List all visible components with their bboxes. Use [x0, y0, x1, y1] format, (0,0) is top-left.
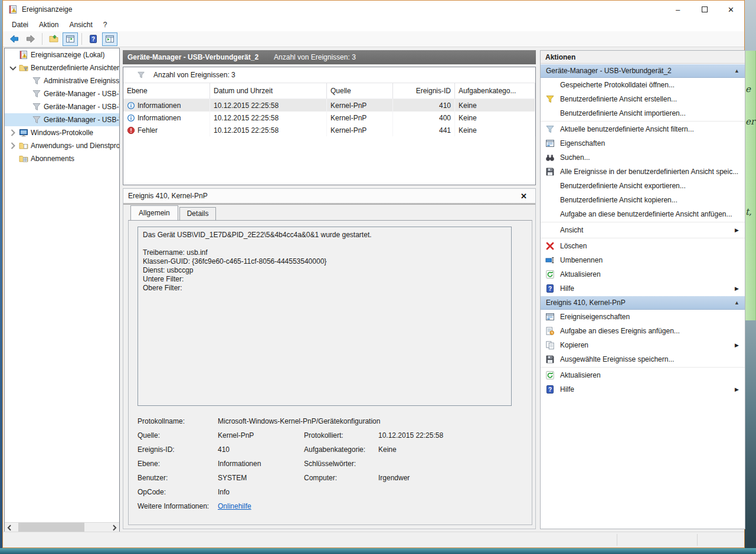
action-section-header[interactable]: Ereignis 410, Kernel-PnP▲	[541, 296, 745, 310]
title-bar[interactable]: Ereignisanzeige – ✕	[3, 1, 744, 18]
event-level-cell: Informationen	[123, 99, 210, 112]
action-item[interactable]: Benutzerdefinierte Ansicht importieren..…	[541, 106, 745, 120]
action-item[interactable]: Aufgabe an diese benutzerdefinierte Ansi…	[541, 207, 745, 221]
online-help-link[interactable]: Onlinehilfe	[218, 502, 304, 510]
scrollbar-thumb[interactable]	[18, 523, 84, 533]
column-header[interactable]: Aufgabenkatego...	[455, 83, 535, 99]
action-item[interactable]: Alle Ereignisse in der benutzerdefiniert…	[541, 165, 745, 179]
actions-pane-title: Aktionen	[541, 51, 745, 64]
detail-field-row: Ereignis-ID:410Aufgabenkategorie:Keine	[138, 442, 527, 457]
back-button[interactable]	[6, 32, 22, 46]
tab-details[interactable]: Details	[179, 207, 217, 220]
note-text-fragment: e	[745, 84, 751, 94]
action-item[interactable]: Aktuelle benutzerdefinierte Ansicht filt…	[541, 122, 745, 136]
action-item[interactable]: Eigenschaften	[541, 136, 745, 150]
scroll-right-icon[interactable]	[109, 523, 119, 533]
scrollbar-track[interactable]	[15, 523, 109, 533]
tree-item[interactable]: Geräte-Manager - USB-V	[5, 87, 119, 100]
action-item[interactable]: ?Hilfe▶	[541, 382, 745, 396]
tree-item[interactable]: Benutzerdefinierte Ansichten	[5, 61, 119, 74]
expander-spacer	[7, 154, 19, 163]
action-item[interactable]: Benutzerdefinierte Ansicht erstellen...	[541, 92, 745, 106]
forward-button[interactable]	[23, 32, 38, 46]
tab-allgemein[interactable]: Allgemein	[130, 205, 178, 220]
events-table-header: EbeneDatum und UhrzeitQuelleEreignis-IDA…	[123, 83, 535, 99]
action-separator	[541, 222, 745, 222]
action-item-label: Aktualisieren	[560, 371, 740, 379]
menu-item-ansicht[interactable]: Ansicht	[64, 19, 97, 31]
event-message-box[interactable]: Das Gerät USB\VID_1E7D&PID_2E22\5&4b4cc4…	[138, 227, 512, 406]
tree-item[interactable]: Windows-Protokolle	[5, 126, 119, 139]
tree-item[interactable]: Ereignisanzeige (Lokal)	[5, 48, 119, 61]
field-label: Protokolliert:	[304, 431, 378, 440]
event-level-label: Informationen	[138, 114, 181, 122]
menu-item-datei[interactable]: Datei	[6, 19, 34, 31]
action-item[interactable]: Benutzerdefinierte Ansicht exportieren..…	[541, 179, 745, 193]
column-header[interactable]: Datum und Uhrzeit	[210, 83, 327, 99]
action-item[interactable]: Umbenennen	[541, 253, 745, 267]
tree-item[interactable]: Administrative Ereignisse	[5, 74, 119, 87]
menu-item-aktion[interactable]: Aktion	[34, 19, 64, 31]
event-row[interactable]: Fehler10.12.2015 22:25:58Kernel-PnP441Ke…	[123, 124, 535, 136]
open-saved-log-button[interactable]	[46, 32, 61, 46]
action-item-label: Benutzerdefinierte Ansicht erstellen...	[560, 95, 740, 103]
collapse-arrow-icon[interactable]: ▲	[734, 68, 739, 74]
column-header[interactable]: Ereignis-ID	[393, 83, 455, 99]
collapse-arrow-icon[interactable]: ▲	[734, 300, 739, 306]
action-pane-icon	[105, 34, 114, 44]
column-header[interactable]: Ebene	[123, 83, 210, 99]
action-item[interactable]: Benutzerdefinierte Ansicht kopieren...	[541, 193, 745, 207]
detail-field-row: Ebene:InformationenSchlüsselwörter:	[138, 457, 527, 471]
field-value: 10.12.2015 22:25:58	[378, 431, 527, 440]
action-item[interactable]: Aufgabe an dieses Ereignis anfügen...	[541, 324, 745, 338]
action-item[interactable]: Ausgewählte Ereignisse speichern...	[541, 352, 745, 366]
tree-item-label: Geräte-Manager - USB-V	[44, 116, 119, 124]
toolbar-separator	[81, 33, 82, 45]
event-level-label: Fehler	[138, 126, 158, 135]
action-item[interactable]: Gespeicherte Protokolldatei öffnen...	[541, 78, 745, 92]
action-item[interactable]: Suchen...	[541, 150, 745, 165]
action-section-title: Geräte-Manager - USB-Verbundgerät_2	[546, 67, 734, 75]
chevron-right-icon[interactable]	[7, 128, 19, 137]
chevron-down-icon[interactable]	[7, 63, 19, 73]
search-icon	[545, 153, 555, 162]
action-item[interactable]: Kopieren▶	[541, 338, 745, 352]
action-item[interactable]: Ereigniseigenschaften	[541, 310, 745, 324]
close-button[interactable]: ✕	[718, 1, 744, 18]
action-item[interactable]: Aktualisieren	[541, 267, 745, 281]
maximize-button[interactable]	[691, 1, 718, 18]
close-icon[interactable]: ✕	[517, 192, 531, 201]
none	[545, 181, 555, 191]
desktop-wallpaper-bottom	[0, 548, 756, 554]
submenu-arrow-icon: ▶	[735, 342, 740, 348]
menu-item-?[interactable]: ?	[98, 19, 113, 31]
tree-item[interactable]: Abonnements	[5, 152, 119, 165]
event-row[interactable]: Informationen10.12.2015 22:25:58Kernel-P…	[123, 112, 535, 124]
tree-item[interactable]: Anwendungs- und Dienstpro	[5, 139, 119, 152]
menu-bar: DateiAktionAnsicht?	[3, 18, 744, 31]
column-header[interactable]: Quelle	[327, 83, 393, 99]
tree-item[interactable]: Geräte-Manager - USB-V	[5, 100, 119, 113]
minimize-button[interactable]: –	[665, 1, 691, 18]
action-pane-toggle[interactable]	[102, 32, 117, 46]
event-id-cell: 410	[393, 99, 455, 112]
actions-pane: Aktionen Geräte-Manager - USB-Verbundger…	[540, 50, 745, 529]
action-section-header[interactable]: Geräte-Manager - USB-Verbundgerät_2▲	[541, 64, 745, 78]
action-item[interactable]: Ansicht▶	[541, 223, 745, 237]
tree-horizontal-scrollbar[interactable]	[5, 522, 119, 532]
action-item[interactable]: Aktualisieren	[541, 368, 745, 382]
chevron-right-icon[interactable]	[7, 141, 19, 150]
detail-field-row: Benutzer:SYSTEMComputer:Irgendwer	[138, 471, 527, 485]
scroll-left-icon[interactable]	[5, 523, 15, 533]
event-row[interactable]: Informationen10.12.2015 22:25:58Kernel-P…	[123, 99, 535, 112]
help-icon: ?	[545, 284, 555, 293]
event-id-cell: 441	[393, 124, 455, 136]
event-category-cell: Keine	[455, 112, 535, 124]
subscriptions-icon	[19, 154, 28, 163]
tree-item[interactable]: Geräte-Manager - USB-V	[5, 113, 119, 126]
help-button[interactable]: ?	[86, 32, 101, 46]
action-item[interactable]: ?Hilfe▶	[541, 281, 745, 296]
action-item[interactable]: Löschen	[541, 239, 745, 253]
console-tree-toggle[interactable]	[63, 32, 78, 46]
field-value: SYSTEM	[218, 474, 304, 482]
